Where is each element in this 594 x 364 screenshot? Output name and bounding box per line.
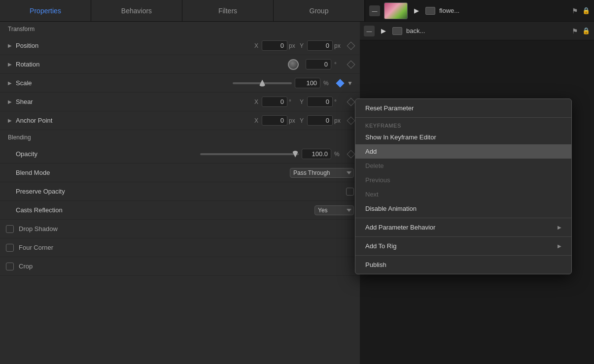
rotation-unit: ° bbox=[334, 61, 342, 68]
position-x-input[interactable] bbox=[262, 40, 287, 51]
four-corner-checkbox[interactable] bbox=[6, 244, 14, 252]
menu-item-previous[interactable]: Previous bbox=[355, 173, 571, 187]
menu-divider-3 bbox=[355, 236, 571, 237]
opacity-keyframe[interactable] bbox=[347, 150, 355, 158]
drop-shadow-label: Drop Shadow bbox=[19, 225, 58, 232]
transform-section-header: Transform bbox=[0, 22, 360, 36]
position-y-input[interactable] bbox=[307, 40, 333, 51]
position-y-group: Y px bbox=[300, 40, 342, 51]
menu-publish-label: Publish bbox=[365, 261, 386, 268]
blend-mode-label: Blend Mode bbox=[16, 169, 70, 176]
scale-value-input[interactable] bbox=[295, 78, 320, 88]
shear-row: ▶ Shear X ° Y ° bbox=[0, 93, 360, 111]
shear-disclosure[interactable]: ▶ bbox=[6, 98, 14, 106]
rotation-fields: ° bbox=[70, 59, 354, 70]
blend-mode-select[interactable]: Pass Through bbox=[290, 168, 354, 178]
blend-mode-row: ▶ Blend Mode Pass Through bbox=[0, 164, 360, 182]
menu-item-reset[interactable]: Reset Parameter bbox=[355, 101, 571, 115]
opacity-value-input[interactable] bbox=[302, 149, 331, 159]
layer2-lock-btn[interactable]: 🔒 bbox=[582, 27, 590, 34]
casts-reflection-select[interactable]: Yes bbox=[314, 205, 354, 215]
scale-dropdown-btn[interactable]: ▼ bbox=[346, 79, 354, 88]
menu-item-add-parameter-behavior[interactable]: Add Parameter Behavior ▶ bbox=[355, 220, 571, 234]
rotation-value-input[interactable] bbox=[306, 59, 331, 69]
menu-disable-animation-label: Disable Animation bbox=[365, 205, 417, 212]
menu-add-label: Add bbox=[365, 148, 377, 155]
shear-x-input[interactable] bbox=[262, 97, 287, 107]
rotation-knob[interactable] bbox=[288, 59, 299, 70]
menu-show-keyframe-label: Show In Keyframe Editor bbox=[365, 133, 436, 141]
position-row: ▶ Position X px Y px bbox=[0, 36, 360, 55]
position-x-label: X bbox=[254, 42, 260, 49]
menu-item-disable-animation[interactable]: Disable Animation bbox=[355, 201, 571, 216]
shear-label: Shear bbox=[16, 98, 70, 105]
menu-add-param-behavior-label: Add Parameter Behavior bbox=[365, 224, 435, 231]
menu-reset-label: Reset Parameter bbox=[365, 104, 414, 112]
opacity-row: ▶ Opacity % bbox=[0, 145, 360, 164]
anchor-point-label: Anchor Point bbox=[16, 117, 70, 124]
scale-disclosure[interactable]: ▶ bbox=[6, 79, 14, 87]
opacity-label: Opacity bbox=[16, 150, 70, 158]
shear-y-unit: ° bbox=[334, 99, 342, 105]
menu-item-publish[interactable]: Publish bbox=[355, 258, 571, 272]
rotation-keyframe[interactable] bbox=[347, 60, 355, 68]
position-label: Position bbox=[16, 42, 70, 49]
anchor-x-label: X bbox=[254, 117, 260, 124]
menu-add-to-rig-label: Add To Rig bbox=[365, 242, 396, 250]
anchor-point-disclosure[interactable]: ▶ bbox=[6, 117, 14, 125]
layer1-lock-btn[interactable]: 🔒 bbox=[582, 7, 590, 14]
anchor-y-label: Y bbox=[300, 117, 306, 124]
layer1-minimize-btn[interactable]: — bbox=[369, 5, 380, 16]
drop-shadow-checkbox[interactable] bbox=[6, 225, 14, 233]
shear-y-input[interactable] bbox=[307, 97, 333, 107]
layer2-minimize-btn[interactable]: — bbox=[364, 26, 375, 36]
keyframes-section-label: KEYFRAMES bbox=[355, 120, 571, 130]
menu-divider-4 bbox=[355, 255, 571, 256]
tab-properties[interactable]: Properties bbox=[0, 0, 91, 21]
blending-section-header: Blending bbox=[0, 130, 360, 145]
anchor-point-fields: X px Y px bbox=[70, 115, 354, 126]
casts-reflection-label: Casts Reflection bbox=[16, 206, 70, 214]
layer1-thumbnail bbox=[384, 2, 408, 19]
scale-keyframe[interactable] bbox=[336, 79, 345, 87]
menu-item-show-keyframe-editor[interactable]: Show In Keyframe Editor bbox=[355, 130, 571, 144]
position-keyframe[interactable] bbox=[347, 41, 355, 50]
menu-previous-label: Previous bbox=[365, 176, 390, 184]
tab-behaviors[interactable]: Behaviors bbox=[91, 0, 182, 21]
shear-fields: X ° Y ° bbox=[70, 97, 354, 107]
menu-item-delete[interactable]: Delete bbox=[355, 159, 571, 173]
shear-y-group: Y ° bbox=[300, 97, 342, 107]
crop-checkbox[interactable] bbox=[6, 263, 14, 270]
layer2-play-btn[interactable]: ▶ bbox=[379, 26, 388, 36]
position-y-label: Y bbox=[300, 42, 306, 49]
tab-group[interactable]: Group bbox=[274, 0, 365, 21]
four-corner-row[interactable]: Four Corner bbox=[0, 238, 360, 257]
tab-filters[interactable]: Filters bbox=[182, 0, 274, 21]
scale-slider[interactable] bbox=[233, 82, 292, 84]
preserve-opacity-checkbox[interactable] bbox=[346, 188, 354, 196]
menu-divider-1 bbox=[355, 117, 571, 118]
shear-x-label: X bbox=[254, 99, 260, 105]
layer1-play-btn[interactable]: ▶ bbox=[412, 6, 421, 16]
menu-add-to-rig-arrow: ▶ bbox=[558, 243, 561, 249]
opacity-slider[interactable] bbox=[200, 153, 299, 155]
menu-item-add[interactable]: Add bbox=[355, 144, 571, 159]
menu-item-next[interactable]: Next bbox=[355, 187, 571, 201]
layer1-flag-btn[interactable]: ⚑ bbox=[572, 7, 578, 15]
crop-row[interactable]: Crop bbox=[0, 257, 360, 276]
scale-unit: % bbox=[323, 80, 331, 87]
menu-item-add-to-rig[interactable]: Add To Rig ▶ bbox=[355, 239, 571, 253]
rotation-disclosure[interactable]: ▶ bbox=[6, 61, 14, 68]
opacity-unit: % bbox=[334, 151, 342, 158]
drop-shadow-row[interactable]: Drop Shadow bbox=[0, 220, 360, 238]
layer2-title: back... bbox=[406, 27, 568, 34]
preserve-opacity-row: ▶ Preserve Opacity bbox=[0, 182, 360, 201]
position-disclosure[interactable]: ▶ bbox=[6, 42, 14, 50]
layer2-flag-btn[interactable]: ⚑ bbox=[572, 27, 578, 35]
anchor-x-input[interactable] bbox=[262, 115, 287, 126]
shear-keyframe[interactable] bbox=[347, 98, 355, 106]
four-corner-label: Four Corner bbox=[19, 244, 53, 251]
anchor-y-input[interactable] bbox=[307, 115, 333, 126]
anchor-point-keyframe[interactable] bbox=[347, 116, 355, 125]
crop-label: Crop bbox=[19, 263, 33, 270]
